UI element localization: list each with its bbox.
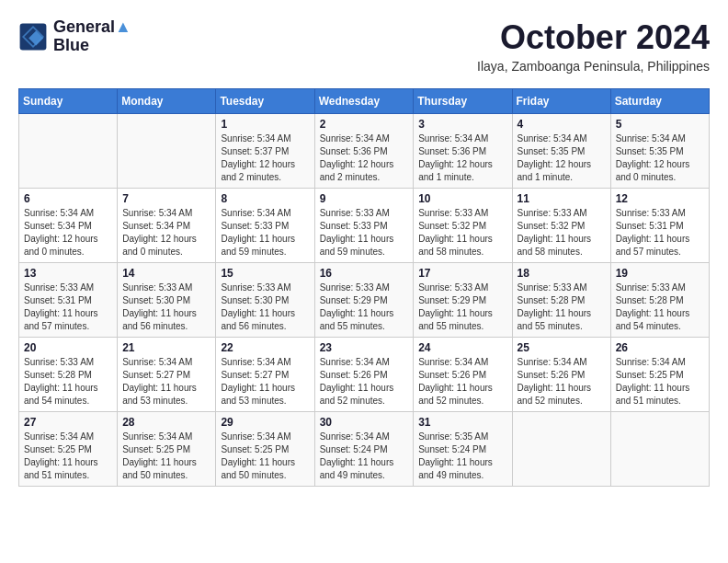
week-row-3: 13Sunrise: 5:33 AM Sunset: 5:31 PM Dayli…	[19, 263, 710, 338]
day-number: 23	[320, 341, 409, 354]
day-info: Sunrise: 5:34 AM Sunset: 5:27 PM Dayligh…	[122, 356, 210, 408]
day-info: Sunrise: 5:33 AM Sunset: 5:29 PM Dayligh…	[320, 282, 409, 333]
calendar-cell	[512, 412, 610, 487]
day-number: 27	[24, 416, 112, 429]
day-info: Sunrise: 5:34 AM Sunset: 5:36 PM Dayligh…	[320, 132, 409, 184]
calendar-cell: 1Sunrise: 5:34 AM Sunset: 5:37 PM Daylig…	[216, 114, 314, 189]
day-info: Sunrise: 5:33 AM Sunset: 5:28 PM Dayligh…	[24, 356, 112, 408]
day-number: 15	[221, 267, 309, 280]
day-number: 13	[24, 267, 112, 280]
day-number: 6	[24, 192, 112, 205]
calendar-cell: 30Sunrise: 5:34 AM Sunset: 5:24 PM Dayli…	[314, 412, 414, 487]
day-number: 26	[616, 341, 704, 354]
day-number: 5	[616, 118, 704, 131]
calendar-table: SundayMondayTuesdayWednesdayThursdayFrid…	[18, 88, 710, 487]
logo: General▲ Blue	[18, 18, 131, 55]
title-block: October 2024 Ilaya, Zamboanga Peninsula,…	[477, 18, 710, 74]
day-number: 21	[122, 341, 210, 354]
header-day-monday: Monday	[118, 89, 216, 114]
day-number: 12	[616, 192, 704, 205]
calendar-cell: 29Sunrise: 5:34 AM Sunset: 5:25 PM Dayli…	[216, 412, 314, 487]
calendar-cell: 25Sunrise: 5:34 AM Sunset: 5:26 PM Dayli…	[512, 338, 610, 412]
calendar-header: SundayMondayTuesdayWednesdayThursdayFrid…	[19, 89, 710, 114]
calendar-cell: 12Sunrise: 5:33 AM Sunset: 5:31 PM Dayli…	[610, 189, 709, 263]
day-info: Sunrise: 5:33 AM Sunset: 5:30 PM Dayligh…	[122, 282, 210, 333]
month-title: October 2024	[477, 18, 710, 57]
day-number: 3	[418, 118, 506, 131]
day-info: Sunrise: 5:34 AM Sunset: 5:35 PM Dayligh…	[518, 132, 606, 184]
day-number: 17	[418, 267, 506, 280]
calendar-cell: 10Sunrise: 5:33 AM Sunset: 5:32 PM Dayli…	[414, 189, 512, 263]
calendar-cell: 2Sunrise: 5:34 AM Sunset: 5:36 PM Daylig…	[314, 114, 414, 189]
calendar-cell: 28Sunrise: 5:34 AM Sunset: 5:25 PM Dayli…	[118, 412, 216, 487]
calendar-cell: 22Sunrise: 5:34 AM Sunset: 5:27 PM Dayli…	[216, 338, 314, 412]
calendar-cell: 6Sunrise: 5:34 AM Sunset: 5:34 PM Daylig…	[19, 189, 118, 263]
calendar-cell: 18Sunrise: 5:33 AM Sunset: 5:28 PM Dayli…	[512, 263, 610, 338]
day-info: Sunrise: 5:34 AM Sunset: 5:34 PM Dayligh…	[122, 207, 210, 259]
header-day-thursday: Thursday	[414, 89, 512, 114]
calendar-cell: 17Sunrise: 5:33 AM Sunset: 5:29 PM Dayli…	[414, 263, 512, 338]
day-info: Sunrise: 5:34 AM Sunset: 5:26 PM Dayligh…	[320, 356, 409, 408]
week-row-2: 6Sunrise: 5:34 AM Sunset: 5:34 PM Daylig…	[19, 189, 710, 263]
day-info: Sunrise: 5:34 AM Sunset: 5:25 PM Dayligh…	[221, 431, 309, 482]
header-day-sunday: Sunday	[19, 89, 118, 114]
day-number: 18	[518, 267, 606, 280]
day-info: Sunrise: 5:35 AM Sunset: 5:24 PM Dayligh…	[418, 431, 506, 482]
calendar-cell: 27Sunrise: 5:34 AM Sunset: 5:25 PM Dayli…	[19, 412, 118, 487]
location-subtitle: Ilaya, Zamboanga Peninsula, Philippines	[477, 59, 710, 74]
day-info: Sunrise: 5:34 AM Sunset: 5:36 PM Dayligh…	[418, 132, 506, 184]
logo-icon	[18, 22, 48, 52]
day-info: Sunrise: 5:33 AM Sunset: 5:32 PM Dayligh…	[518, 207, 606, 259]
day-number: 31	[418, 416, 506, 429]
header-day-tuesday: Tuesday	[216, 89, 314, 114]
day-number: 25	[518, 341, 606, 354]
day-number: 8	[221, 192, 309, 205]
day-number: 28	[122, 416, 210, 429]
week-row-5: 27Sunrise: 5:34 AM Sunset: 5:25 PM Dayli…	[19, 412, 710, 487]
week-row-1: 1Sunrise: 5:34 AM Sunset: 5:37 PM Daylig…	[19, 114, 710, 189]
day-info: Sunrise: 5:33 AM Sunset: 5:31 PM Dayligh…	[616, 207, 704, 259]
day-info: Sunrise: 5:34 AM Sunset: 5:25 PM Dayligh…	[616, 356, 704, 408]
day-number: 9	[320, 192, 409, 205]
calendar-cell: 24Sunrise: 5:34 AM Sunset: 5:26 PM Dayli…	[414, 338, 512, 412]
day-info: Sunrise: 5:34 AM Sunset: 5:37 PM Dayligh…	[221, 132, 309, 184]
day-info: Sunrise: 5:34 AM Sunset: 5:33 PM Dayligh…	[221, 207, 309, 259]
day-info: Sunrise: 5:33 AM Sunset: 5:32 PM Dayligh…	[418, 207, 506, 259]
calendar-cell: 9Sunrise: 5:33 AM Sunset: 5:33 PM Daylig…	[314, 189, 414, 263]
day-info: Sunrise: 5:34 AM Sunset: 5:25 PM Dayligh…	[122, 431, 210, 482]
page-header: General▲ Blue October 2024 Ilaya, Zamboa…	[18, 18, 710, 74]
calendar-cell: 15Sunrise: 5:33 AM Sunset: 5:30 PM Dayli…	[216, 263, 314, 338]
calendar-cell	[118, 114, 216, 189]
day-number: 11	[518, 192, 606, 205]
day-info: Sunrise: 5:34 AM Sunset: 5:35 PM Dayligh…	[616, 132, 704, 184]
header-row: SundayMondayTuesdayWednesdayThursdayFrid…	[19, 89, 710, 114]
day-number: 7	[122, 192, 210, 205]
day-number: 14	[122, 267, 210, 280]
calendar-cell	[610, 412, 709, 487]
calendar-cell: 31Sunrise: 5:35 AM Sunset: 5:24 PM Dayli…	[414, 412, 512, 487]
day-number: 22	[221, 341, 309, 354]
calendar-cell: 19Sunrise: 5:33 AM Sunset: 5:28 PM Dayli…	[610, 263, 709, 338]
day-number: 4	[518, 118, 606, 131]
calendar-cell: 5Sunrise: 5:34 AM Sunset: 5:35 PM Daylig…	[610, 114, 709, 189]
day-info: Sunrise: 5:34 AM Sunset: 5:25 PM Dayligh…	[24, 431, 112, 482]
day-info: Sunrise: 5:33 AM Sunset: 5:28 PM Dayligh…	[518, 282, 606, 333]
calendar-cell: 8Sunrise: 5:34 AM Sunset: 5:33 PM Daylig…	[216, 189, 314, 263]
calendar-cell: 7Sunrise: 5:34 AM Sunset: 5:34 PM Daylig…	[118, 189, 216, 263]
day-info: Sunrise: 5:34 AM Sunset: 5:34 PM Dayligh…	[24, 207, 112, 259]
day-number: 2	[320, 118, 409, 131]
logo-text: General▲ Blue	[53, 18, 131, 55]
day-number: 29	[221, 416, 309, 429]
calendar-cell: 14Sunrise: 5:33 AM Sunset: 5:30 PM Dayli…	[118, 263, 216, 338]
day-info: Sunrise: 5:33 AM Sunset: 5:33 PM Dayligh…	[320, 207, 409, 259]
calendar-cell: 21Sunrise: 5:34 AM Sunset: 5:27 PM Dayli…	[118, 338, 216, 412]
day-number: 30	[320, 416, 409, 429]
day-info: Sunrise: 5:34 AM Sunset: 5:26 PM Dayligh…	[518, 356, 606, 408]
calendar-cell: 13Sunrise: 5:33 AM Sunset: 5:31 PM Dayli…	[19, 263, 118, 338]
day-info: Sunrise: 5:34 AM Sunset: 5:27 PM Dayligh…	[221, 356, 309, 408]
week-row-4: 20Sunrise: 5:33 AM Sunset: 5:28 PM Dayli…	[19, 338, 710, 412]
day-info: Sunrise: 5:33 AM Sunset: 5:28 PM Dayligh…	[616, 282, 704, 333]
day-info: Sunrise: 5:33 AM Sunset: 5:31 PM Dayligh…	[24, 282, 112, 333]
day-number: 19	[616, 267, 704, 280]
day-info: Sunrise: 5:33 AM Sunset: 5:29 PM Dayligh…	[418, 282, 506, 333]
